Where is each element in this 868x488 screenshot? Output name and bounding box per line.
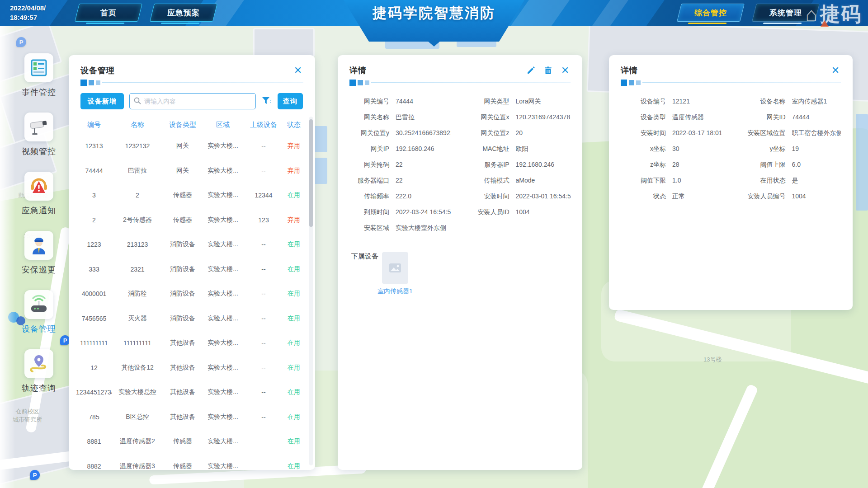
device-field-value: 1.0 xyxy=(672,177,722,185)
table-scrollbar-thumb[interactable] xyxy=(309,119,313,227)
table-cell: 实验大楼... xyxy=(203,142,243,150)
sub-device-thumbnail[interactable] xyxy=(382,252,408,284)
status-badge: 在用 xyxy=(284,364,304,372)
gateway-field-value: 22 xyxy=(396,161,451,169)
device-field-label: 在用状态 xyxy=(728,177,786,185)
table-cell: 111111111 xyxy=(112,339,163,347)
table-cell: 温度传感器2 xyxy=(112,437,163,446)
nav-button-首页[interactable]: 首页 xyxy=(75,4,142,22)
sidebar-item-label: 轨迹查询 xyxy=(22,383,56,394)
gateway-field-value: 2022-03-24 16:54:54 xyxy=(396,208,451,216)
sidebar-item-cctv-camera[interactable]: 视频管控 xyxy=(12,113,66,157)
table-row[interactable]: 111111111111111111其他设备实验大楼...--在用 xyxy=(76,331,311,356)
device-field-value: 6.0 xyxy=(792,161,841,169)
table-row[interactable]: 74444巴雷拉网关实验大楼...--弃用 xyxy=(76,159,311,183)
table-row[interactable]: 8881温度传感器2传感器实验大楼...在用 xyxy=(76,429,311,454)
table-header-row: 编号名称设备类型区域上级设备状态 xyxy=(76,116,311,134)
device-field-value: 12121 xyxy=(672,98,722,106)
logo-accent-icon xyxy=(821,20,829,27)
device-field-value: 正常 xyxy=(672,192,722,201)
edit-icon[interactable] xyxy=(525,65,536,76)
table-row[interactable]: 3332321消防设备实验大楼...--在用 xyxy=(76,257,311,282)
close-icon[interactable]: ✕ xyxy=(292,65,303,76)
table-cell: 12 xyxy=(76,364,112,371)
gateway-field-label: 服务器端口 xyxy=(348,177,389,185)
gateway-field-value: 欧阳 xyxy=(516,145,571,153)
sub-device-link[interactable]: 室内传感器1 xyxy=(365,287,425,296)
query-button[interactable]: 查询 xyxy=(278,93,303,109)
delete-icon[interactable] xyxy=(542,65,553,76)
gateway-field-value: 22 xyxy=(396,177,451,185)
column-header: 设备类型 xyxy=(163,121,203,129)
table-cell: B区总控 xyxy=(112,413,163,421)
device-field-label: 网关ID xyxy=(728,113,786,122)
table-cell: 实验大楼... xyxy=(203,216,243,224)
nav-button-综合管控[interactable]: 综合管控 xyxy=(677,4,745,22)
table-cell: 网关 xyxy=(163,167,203,175)
sidebar-item-event-board[interactable]: 事件管控 xyxy=(12,53,66,98)
gateway-field-label: 到期时间 xyxy=(348,208,389,216)
table-cell: 12313 xyxy=(76,142,112,150)
gateway-field-value: aMode xyxy=(516,177,571,185)
table-cell: 传感器 xyxy=(163,191,203,199)
table-cell: 其他设备 xyxy=(163,364,203,372)
event-board-icon xyxy=(24,53,53,82)
gateway-field-value: 192.1680.246 xyxy=(516,161,571,169)
table-row[interactable]: 12344512734实验大楼总控其他设备实验大楼...--在用 xyxy=(76,380,311,405)
search-input[interactable] xyxy=(129,93,256,109)
nav-button-label: 应急预案 xyxy=(167,8,200,18)
table-row[interactable]: 785B区总控其他设备实验大楼...--在用 xyxy=(76,405,311,430)
table-cell: -- xyxy=(243,290,284,297)
table-row[interactable]: 12其他设备12其他设备实验大楼...--在用 xyxy=(76,356,311,380)
close-icon[interactable]: ✕ xyxy=(560,65,571,76)
table-cell: 实验大楼... xyxy=(203,339,243,347)
sidebar-item-router-device[interactable]: 设备管理 xyxy=(12,290,66,334)
parking-marker: P xyxy=(16,37,26,47)
device-field-value: 室内传感器1 xyxy=(792,98,841,106)
gateway-field-value: 192.1680.246 xyxy=(396,145,451,153)
sidebar-item-security-guard[interactable]: 安保巡更 xyxy=(12,231,66,275)
table-cell: 12344512734 xyxy=(76,389,112,396)
table-row[interactable]: 32传感器实验大楼...12344在用 xyxy=(76,183,311,208)
table-cell: 2 xyxy=(76,216,112,224)
column-header: 编号 xyxy=(76,121,112,129)
table-row[interactable]: 22号传感器传感器实验大楼...123弃用 xyxy=(76,208,311,233)
table-row[interactable]: 1223213123消防设备实验大楼...--在用 xyxy=(76,232,311,257)
status-badge: 在用 xyxy=(284,265,304,273)
table-cell: 74444 xyxy=(76,167,112,174)
gateway-field-value: 实验大楼室外东侧 xyxy=(396,224,451,232)
gateway-field-label: 安装时间 xyxy=(457,192,509,201)
nav-button-label: 首页 xyxy=(100,8,117,18)
logo-house-icon: ⌂ xyxy=(805,3,817,26)
nav-button-应急预案[interactable]: 应急预案 xyxy=(150,4,217,22)
date-text: 2022/04/08/ xyxy=(10,3,46,13)
table-row[interactable]: 8882温度传感器3传感器实验大楼...在用 xyxy=(76,454,311,479)
table-row[interactable]: 4000001消防栓消防设备实验大楼...--在用 xyxy=(76,282,311,306)
sidebar-item-label: 事件管控 xyxy=(22,87,56,98)
table-cell: 消防设备 xyxy=(163,240,203,249)
table-cell: 实验大楼... xyxy=(203,437,243,446)
image-placeholder-icon xyxy=(388,261,402,275)
column-header: 名称 xyxy=(112,121,163,129)
gateway-field-label: MAC地址 xyxy=(457,145,509,153)
security-guard-icon xyxy=(24,231,53,260)
cctv-camera-icon xyxy=(24,113,53,141)
gateway-field-value: 巴雷拉 xyxy=(396,113,451,122)
gateway-field-value: 222.0 xyxy=(396,192,451,201)
close-icon[interactable]: ✕ xyxy=(830,65,841,76)
sidebar-item-emergency-alert[interactable]: 应急通知 xyxy=(12,172,66,216)
add-device-button[interactable]: 设备新增 xyxy=(80,93,124,109)
gateway-field-label: 网关编号 xyxy=(348,98,389,106)
table-cell: 实验大楼... xyxy=(203,191,243,199)
status-badge: 在用 xyxy=(284,462,304,470)
table-row[interactable]: 7456565灭火器消防设备实验大楼...--在用 xyxy=(76,306,311,331)
table-cell: 1232132 xyxy=(112,142,163,150)
sidebar-item-track-pin[interactable]: 轨迹查询 xyxy=(12,349,66,394)
table-cell: 实验大楼... xyxy=(203,364,243,372)
device-field-value: 2022-03-17 18:01:51 xyxy=(672,129,722,137)
table-cell: 2号传感器 xyxy=(112,216,163,224)
table-row[interactable]: 123131232132网关实验大楼...--弃用 xyxy=(76,134,311,159)
filter-icon[interactable] xyxy=(261,96,272,107)
table-cell: -- xyxy=(243,389,284,396)
table-cell: 2 xyxy=(112,192,163,199)
